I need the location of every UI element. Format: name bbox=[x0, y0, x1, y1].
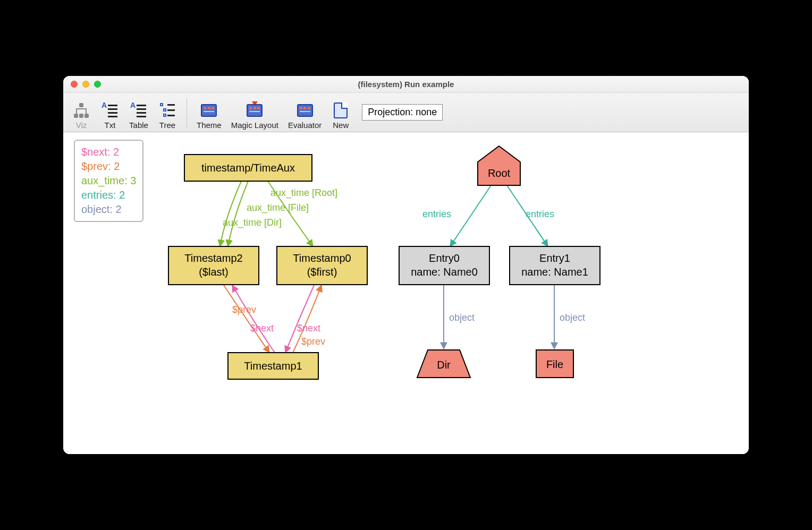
edge-aux-dir bbox=[220, 181, 241, 246]
new-button[interactable]: New bbox=[328, 96, 353, 130]
evaluator-label: Evaluator bbox=[288, 121, 322, 130]
edge-object-label-1: object bbox=[449, 312, 475, 323]
edge-entries-label-1: entries bbox=[422, 209, 451, 219]
magic-icon bbox=[247, 104, 263, 117]
evaluator-button[interactable]: Evaluator bbox=[285, 96, 325, 130]
close-icon[interactable] bbox=[71, 81, 78, 88]
node-ts0-l2: ($first) bbox=[307, 266, 337, 278]
zoom-icon[interactable] bbox=[94, 81, 101, 88]
node-entry1-l2: name: Name1 bbox=[521, 266, 588, 278]
edge-object-label-2: object bbox=[560, 312, 585, 323]
table-icon bbox=[131, 103, 146, 118]
magic-label: Magic Layout bbox=[231, 121, 278, 130]
projection-selector[interactable]: Projection: none bbox=[362, 104, 443, 121]
node-entry0-l2: name: Name0 bbox=[411, 266, 478, 278]
edge-prev-label-1: $prev bbox=[232, 304, 256, 315]
edge-next-label-1: $next bbox=[250, 323, 274, 334]
edge-aux-dir-label: aux_time [Dir] bbox=[223, 217, 282, 228]
edge-ts2-prev bbox=[224, 285, 269, 353]
edge-prev-label-2: $prev bbox=[301, 336, 325, 347]
toolbar: Viz Txt Table Tree Theme ▼ Magic Layout bbox=[63, 93, 749, 132]
txt-button[interactable]: Txt bbox=[97, 96, 123, 130]
tree-button[interactable]: Tree bbox=[155, 96, 180, 130]
node-entry0-l1: Entry0 bbox=[429, 252, 460, 264]
theme-label: Theme bbox=[197, 121, 222, 130]
node-timeaux-label: timestamp/TimeAux bbox=[201, 162, 295, 174]
evaluator-icon bbox=[297, 104, 313, 117]
projection-label: Projection: none bbox=[368, 107, 437, 117]
viz-button[interactable]: Viz bbox=[69, 96, 94, 130]
edge-entries-left bbox=[450, 185, 491, 246]
node-root-label: Root bbox=[488, 167, 511, 179]
titlebar: (filesystem) Run example bbox=[63, 76, 749, 93]
window-controls bbox=[71, 81, 101, 88]
node-entry1-l1: Entry1 bbox=[539, 252, 570, 264]
tree-label: Tree bbox=[159, 121, 175, 130]
window-title: (filesystem) Run example bbox=[63, 80, 749, 89]
new-label: New bbox=[333, 121, 349, 130]
theme-button[interactable]: Theme bbox=[193, 96, 225, 130]
viz-label: Viz bbox=[76, 121, 87, 130]
node-dir-label: Dir bbox=[437, 359, 451, 371]
node-ts2-l1: Timestamp2 bbox=[184, 252, 242, 264]
edge-entries-label-2: entries bbox=[526, 209, 554, 219]
magic-layout-button[interactable]: ▼ Magic Layout bbox=[228, 96, 282, 130]
edge-next-label-2: $next bbox=[297, 323, 320, 334]
diagram-svg: aux_time [Root] aux_time [File] aux_time… bbox=[63, 132, 749, 454]
table-button[interactable]: Table bbox=[126, 96, 151, 130]
theme-icon bbox=[201, 104, 217, 117]
node-file-label: File bbox=[546, 358, 563, 370]
viz-icon bbox=[74, 103, 89, 118]
edge-aux-root-label: aux_time [Root] bbox=[270, 187, 337, 199]
text-icon bbox=[103, 103, 117, 118]
edge-aux-file bbox=[228, 181, 248, 246]
txt-label: Txt bbox=[105, 121, 116, 130]
minimize-icon[interactable] bbox=[82, 81, 89, 88]
node-root[interactable] bbox=[478, 146, 520, 185]
document-icon bbox=[334, 102, 348, 118]
node-ts0-l1: Timestamp0 bbox=[293, 252, 351, 264]
edge-aux-file-label: aux_time [File] bbox=[247, 202, 309, 213]
table-label: Table bbox=[129, 121, 148, 130]
app-window: (filesystem) Run example Viz Txt Table T… bbox=[63, 76, 749, 454]
node-ts2-l2: ($last) bbox=[199, 266, 229, 278]
tree-icon bbox=[160, 103, 175, 118]
node-ts1-label: Timestamp1 bbox=[244, 360, 302, 372]
diagram-canvas[interactable]: $next: 2 $prev: 2 aux_time: 3 entries: 2… bbox=[63, 132, 749, 454]
edge-ts1-next-ts2 bbox=[232, 285, 275, 353]
toolbar-separator bbox=[187, 98, 187, 127]
